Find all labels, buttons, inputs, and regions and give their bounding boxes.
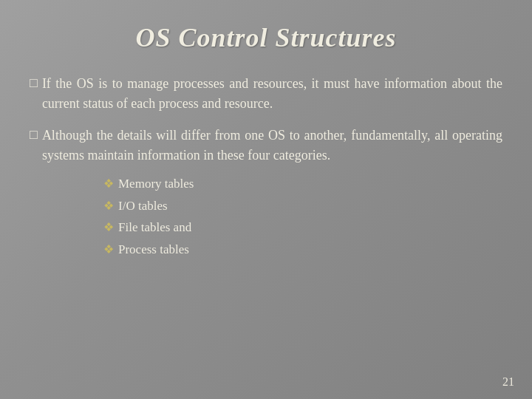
sub-bullet-text-2: I/O tables [118, 197, 168, 216]
bullet-item-1: □ If the OS is to manage processes and r… [30, 74, 502, 114]
slide: OS Control Structures □ If the OS is to … [0, 0, 532, 399]
bullet-block-1: □ If the OS is to manage processes and r… [30, 74, 502, 114]
sub-bullet-1: ❖ Memory tables [103, 174, 502, 194]
bullet-text-1: If the OS is to manage processes and res… [42, 74, 502, 114]
sub-bullet-text-3: File tables and [118, 218, 191, 237]
sub-bullet-4: ❖ Process tables [103, 240, 502, 259]
sub-bullets-list: ❖ Memory tables ❖ I/O tables ❖ File tabl… [103, 174, 502, 259]
slide-content: □ If the OS is to manage processes and r… [30, 74, 502, 377]
bullet-item-2: □ Although the details will differ from … [30, 126, 502, 166]
slide-number: 21 [502, 375, 514, 389]
bullet-marker-2: □ [30, 127, 38, 143]
diamond-icon-2: ❖ [103, 199, 114, 213]
diamond-icon-3: ❖ [103, 220, 114, 234]
sub-bullet-3: ❖ File tables and [103, 218, 502, 237]
sub-bullet-2: ❖ I/O tables [103, 197, 502, 216]
diamond-icon-4: ❖ [103, 242, 114, 256]
bullet-text-2: Although the details will differ from on… [42, 126, 502, 166]
slide-title: OS Control Structures [30, 22, 502, 53]
bullet-marker-1: □ [30, 75, 38, 91]
bullet-block-2: □ Although the details will differ from … [30, 126, 502, 259]
diamond-icon-1: ❖ [103, 177, 114, 191]
sub-bullet-text-4: Process tables [118, 240, 189, 259]
sub-bullet-text-1: Memory tables [118, 174, 194, 194]
